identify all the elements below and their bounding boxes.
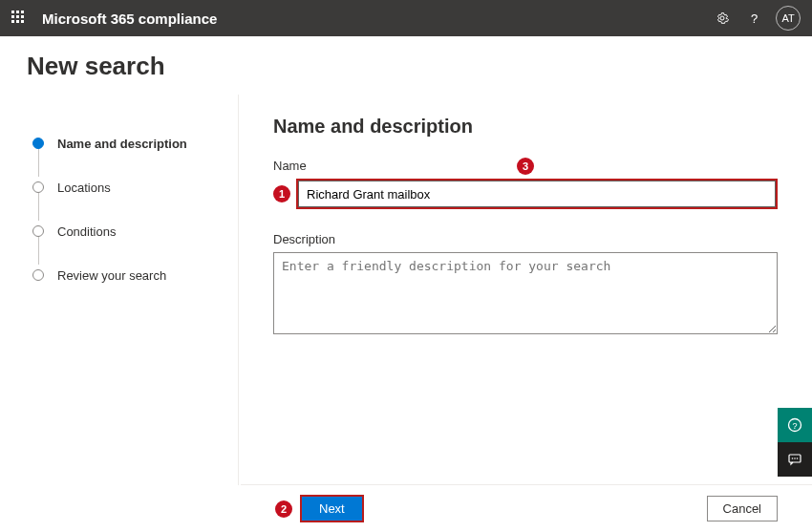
step-bullet-icon	[32, 225, 44, 237]
wizard-footer: 2 Next Cancel	[241, 484, 812, 532]
feedback-float-icon[interactable]	[778, 442, 812, 477]
help-float-icon[interactable]: ?	[778, 408, 812, 442]
step-label: Conditions	[57, 224, 116, 239]
page-title: New search	[0, 36, 812, 95]
top-bar: Microsoft 365 compliance ? AT	[0, 0, 812, 36]
step-label: Locations	[57, 181, 111, 195]
svg-text:?: ?	[793, 421, 798, 431]
svg-point-5	[794, 458, 796, 459]
app-title: Microsoft 365 compliance	[42, 11, 217, 27]
wizard-steps: Name and description Locations Condition…	[0, 95, 239, 485]
step-review[interactable]: Review your search	[32, 253, 226, 297]
next-button-highlight: Next	[300, 495, 364, 522]
avatar[interactable]: AT	[776, 6, 801, 31]
annotation-2: 2	[275, 500, 292, 518]
app-launcher-icon[interactable]	[11, 11, 27, 26]
step-bullet-icon	[32, 269, 44, 281]
step-conditions[interactable]: Conditions	[32, 209, 226, 253]
svg-text:?: ?	[751, 11, 758, 25]
step-label: Review your search	[57, 268, 166, 283]
help-icon[interactable]: ?	[741, 5, 768, 32]
name-input[interactable]	[298, 181, 776, 207]
svg-point-4	[792, 458, 794, 459]
step-locations[interactable]: Locations	[32, 165, 226, 209]
step-bullet-icon	[32, 181, 44, 193]
step-name-and-description[interactable]: Name and description	[32, 121, 226, 165]
cancel-button[interactable]: Cancel	[707, 496, 778, 521]
main-panel: Name and description Name 1 3 Descriptio…	[239, 95, 812, 485]
annotation-3: 3	[517, 158, 534, 175]
gear-icon[interactable]	[709, 5, 736, 32]
description-input[interactable]	[273, 252, 778, 334]
form-heading: Name and description	[273, 116, 778, 138]
name-input-highlight	[296, 179, 778, 209]
step-label: Name and description	[57, 137, 187, 151]
floating-actions: ?	[778, 408, 812, 477]
annotation-1: 1	[273, 185, 290, 202]
step-bullet-icon	[32, 138, 44, 149]
description-label: Description	[273, 232, 778, 246]
next-button[interactable]: Next	[302, 497, 362, 521]
svg-point-6	[797, 458, 799, 459]
